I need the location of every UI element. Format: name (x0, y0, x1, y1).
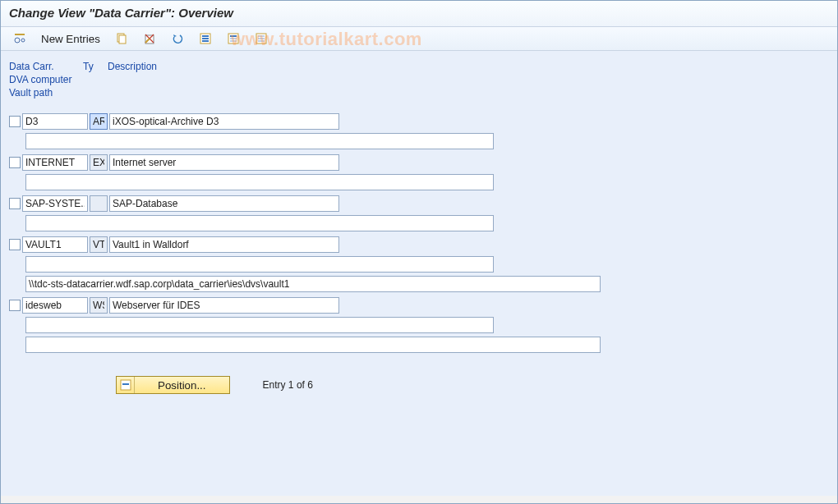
row-checkbox[interactable] (9, 239, 21, 250)
body-area: Data Carr. Ty Description DVA computer V… (1, 51, 837, 496)
svg-point-0 (15, 38, 20, 43)
svg-rect-7 (202, 38, 209, 39)
entry-count-text: Entry 1 of 6 (263, 379, 313, 391)
copy-as-button[interactable] (109, 30, 134, 47)
data-carrier-field[interactable] (22, 236, 88, 253)
dva-computer-field[interactable] (25, 256, 494, 273)
description-field[interactable] (109, 154, 339, 171)
copy-icon (115, 32, 128, 45)
svg-rect-3 (119, 35, 126, 44)
type-field[interactable] (90, 154, 108, 171)
deselect-all-icon (255, 32, 268, 45)
data-carrier-field[interactable] (22, 297, 88, 314)
header-ty: Ty (83, 61, 108, 72)
dva-computer-field[interactable] (25, 174, 494, 190)
glasses-pencil-icon (13, 32, 26, 45)
data-carrier-field[interactable] (22, 154, 88, 171)
new-entries-button[interactable]: New Entries (35, 30, 106, 47)
row-checkbox[interactable] (9, 300, 21, 311)
svg-rect-15 (258, 38, 265, 39)
description-field[interactable] (109, 113, 339, 130)
deselect-all-button[interactable] (249, 30, 274, 47)
vault-path-field[interactable] (25, 337, 601, 353)
table-row (9, 236, 829, 292)
row-checkbox[interactable] (9, 198, 21, 209)
description-field[interactable] (109, 236, 339, 253)
data-carrier-field[interactable] (22, 195, 88, 212)
select-all-button[interactable] (193, 30, 218, 47)
description-field[interactable] (109, 195, 339, 212)
svg-rect-10 (230, 35, 237, 37)
select-block-button[interactable] (221, 30, 246, 47)
footer-row: Position... Entry 1 of 6 (116, 376, 829, 394)
row-checkbox[interactable] (9, 116, 21, 127)
new-entries-label: New Entries (41, 33, 100, 45)
page-title: Change View "Data Carrier": Overview (9, 6, 233, 20)
svg-rect-8 (202, 40, 209, 42)
svg-rect-6 (202, 35, 209, 37)
row-checkbox[interactable] (9, 157, 21, 168)
svg-rect-11 (230, 38, 237, 39)
type-field[interactable] (90, 236, 108, 253)
type-field[interactable] (90, 297, 108, 314)
data-carrier-field[interactable] (22, 113, 88, 130)
dva-computer-field[interactable] (25, 133, 494, 149)
title-bar: Change View "Data Carrier": Overview (1, 1, 837, 27)
delete-icon (143, 32, 156, 45)
type-field[interactable] (90, 113, 108, 130)
table-row (9, 113, 829, 149)
entries-list (9, 113, 829, 353)
header-description: Description (108, 61, 157, 72)
position-button[interactable]: Position... (116, 376, 230, 394)
toolbar: New Entries (1, 27, 837, 51)
svg-rect-16 (258, 40, 265, 42)
type-field[interactable] (90, 195, 108, 212)
select-block-icon (227, 32, 240, 45)
undo-button[interactable] (165, 30, 190, 47)
table-row (9, 195, 829, 231)
svg-rect-14 (258, 35, 265, 37)
select-all-icon (199, 32, 212, 45)
vault-path-field[interactable] (25, 276, 601, 292)
delete-button[interactable] (137, 30, 162, 47)
dva-computer-field[interactable] (25, 317, 494, 333)
app-window: Change View "Data Carrier": Overview New… (0, 0, 838, 504)
svg-rect-12 (230, 40, 237, 42)
dva-computer-field[interactable] (25, 215, 494, 231)
header-dva-computer[interactable]: DVA computer (9, 74, 829, 85)
table-row (9, 154, 829, 190)
header-vault-path[interactable]: Vault path (9, 87, 829, 99)
toggle-display-change-button[interactable] (7, 30, 32, 47)
position-icon (117, 377, 135, 393)
column-headers: Data Carr. Ty Description (9, 61, 829, 72)
position-label: Position... (135, 379, 229, 392)
table-row (9, 297, 829, 353)
svg-rect-18 (122, 383, 129, 385)
header-data-carr: Data Carr. (9, 61, 83, 72)
description-field[interactable] (109, 297, 339, 314)
undo-icon (171, 32, 184, 45)
svg-point-1 (21, 39, 25, 42)
